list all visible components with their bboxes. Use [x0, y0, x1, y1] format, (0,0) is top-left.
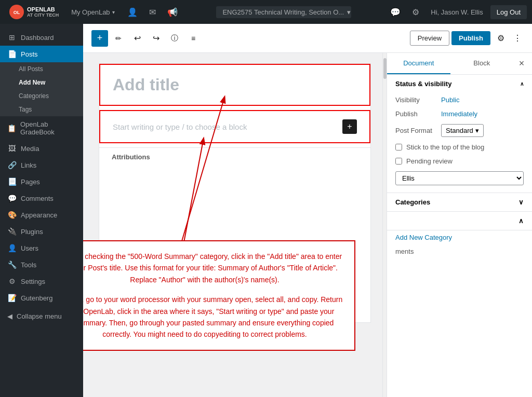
mail-icon-btn[interactable]: ✉	[145, 5, 160, 19]
sidebar-item-add-new[interactable]: Add New	[0, 76, 83, 89]
post-format-select[interactable]: Standard ▾	[441, 124, 484, 137]
sidebar-item-pages[interactable]: 📃 Pages	[0, 173, 83, 190]
logout-button[interactable]: Log Out	[490, 5, 527, 19]
sidebar-item-settings[interactable]: ⚙ Settings	[0, 273, 83, 290]
sidebar-item-gutenberg[interactable]: 📝 Gutenberg	[0, 290, 83, 306]
sidebar-label-media: Media	[21, 145, 39, 153]
preview-button[interactable]: Preview	[410, 31, 449, 46]
chat-icon-btn[interactable]: 💬	[386, 5, 405, 19]
editor-settings-btn[interactable]: ⚙	[493, 30, 509, 47]
pending-review-checkbox[interactable]	[395, 158, 402, 165]
status-visibility-title: Status & visibility	[395, 80, 451, 88]
links-icon: 🔗	[7, 161, 17, 169]
stick-top-label: Stick to the top of the blog	[406, 143, 484, 151]
sidebar-item-plugins[interactable]: 🔌 Plugins	[0, 223, 83, 240]
appearance-icon: 🎨	[7, 211, 17, 219]
sidebar-item-tags[interactable]: Tags	[0, 103, 83, 116]
sidebar-label-gradebook: OpenLab GradeBook	[20, 120, 76, 136]
editor-inner: Add title Start writing or type / to cho…	[99, 63, 371, 323]
tools-icon: 🔧	[7, 261, 17, 269]
publish-button[interactable]: Publish	[451, 31, 490, 45]
sidebar-collapse-btn[interactable]: ◀ Collapse menu	[0, 308, 83, 324]
top-navigation: OL OPENLAB AT CITY TECH My OpenLab ▾ 👤 ✉…	[0, 0, 532, 24]
stick-top-row: Stick to the top of the blog	[387, 140, 532, 154]
post-format-arrow: ▾	[475, 127, 479, 134]
posts-submenu: All Posts Add New Categories Tags	[0, 62, 83, 116]
svg-text:OL: OL	[14, 10, 20, 15]
settings-nav-icon-btn[interactable]: ⚙	[408, 5, 423, 19]
sidebar-item-links[interactable]: 🔗 Links	[0, 157, 83, 173]
my-openlab-menu[interactable]: My OpenLab ▾	[66, 6, 119, 18]
site-name-dropdown[interactable]: ENG2575 Technical Writing, Section O... …	[216, 6, 351, 18]
panel-header: Document Block ×	[387, 53, 532, 75]
undo-btn[interactable]: ↩	[129, 30, 145, 47]
categories-title: Categories	[395, 198, 430, 206]
extra-section-header[interactable]: ∧	[387, 212, 532, 230]
status-visibility-section: Status & visibility ∧ Visibility Public …	[387, 75, 532, 193]
post-format-label: Post Format	[395, 127, 437, 134]
main-content: + ✏ ↩ ↪ ⓘ ≡ Preview Publish ⚙ ⋮	[83, 24, 532, 397]
sidebar-item-categories[interactable]: Categories	[0, 89, 83, 103]
sidebar-item-users[interactable]: 👤 Users	[0, 240, 83, 256]
media-icon: 🖼	[7, 144, 17, 153]
sidebar-item-comments[interactable]: 💬 Comments	[0, 190, 83, 207]
my-openlab-arrow: ▾	[112, 9, 115, 15]
pages-icon: 📃	[7, 177, 17, 186]
edit-mode-btn[interactable]: ✏	[110, 30, 127, 47]
tab-document[interactable]: Document	[387, 53, 450, 74]
annotation-box: After checking the "500-Word Summary" ca…	[83, 240, 355, 351]
stick-top-checkbox[interactable]	[395, 144, 402, 150]
visibility-value[interactable]: Public	[441, 96, 459, 104]
comments-icon: 💬	[7, 194, 17, 202]
megaphone-icon-btn[interactable]: 📢	[163, 5, 182, 19]
add-new-category-link[interactable]: Add New Category	[387, 230, 532, 244]
more-options-btn[interactable]: ⋮	[511, 31, 524, 45]
panel-close-btn[interactable]: ×	[513, 56, 530, 72]
page-layout: ⊞ Dashboard 📄 Posts All Posts Add New Ca…	[0, 24, 532, 397]
author-select[interactable]: Ellis	[395, 171, 524, 185]
user-greeting: Hi, Jason W. Ellis	[427, 8, 487, 16]
publish-row-label: Publish	[395, 110, 437, 118]
tab-block[interactable]: Block	[450, 53, 514, 74]
scroll-bar[interactable]	[382, 53, 387, 397]
visibility-row: Visibility Public	[387, 93, 532, 107]
post-content-area[interactable]: Start writing or type / to choose a bloc…	[99, 110, 370, 143]
gradebook-icon: 📋	[7, 124, 16, 132]
site-name-area: ENG2575 Technical Writing, Section O... …	[185, 6, 383, 18]
redo-btn[interactable]: ↪	[148, 30, 164, 47]
sidebar-item-media[interactable]: 🖼 Media	[0, 140, 83, 157]
settings-icon: ⚙	[7, 277, 17, 285]
list-view-btn[interactable]: ≡	[185, 30, 202, 47]
sidebar-label-comments: Comments	[21, 195, 54, 202]
gutenberg-icon: 📝	[7, 294, 17, 302]
sidebar-label-settings: Settings	[21, 278, 45, 285]
sidebar-item-posts[interactable]: 📄 Posts	[0, 46, 83, 62]
pending-review-label: Pending review	[406, 157, 453, 165]
sidebar-item-all-posts[interactable]: All Posts	[0, 62, 83, 76]
sidebar-label-dashboard: Dashboard	[21, 34, 54, 42]
editor-canvas: Add title Start writing or type / to cho…	[83, 53, 387, 397]
dashboard-icon: ⊞	[7, 33, 17, 42]
sidebar-item-appearance[interactable]: 🎨 Appearance	[0, 207, 83, 223]
user-icon-btn[interactable]: 👤	[123, 5, 142, 19]
pending-review-row: Pending review	[387, 154, 532, 168]
content-placeholder: Start writing or type / to choose a bloc…	[113, 122, 247, 131]
status-visibility-header[interactable]: Status & visibility ∧	[387, 75, 532, 93]
openlab-logo[interactable]: OL OPENLAB AT CITY TECH	[5, 3, 63, 21]
visibility-label: Visibility	[395, 96, 437, 104]
sidebar-label-links: Links	[21, 161, 36, 169]
post-title-area[interactable]: Add title	[99, 64, 370, 106]
info-btn[interactable]: ⓘ	[166, 30, 183, 47]
sidebar-item-dashboard[interactable]: ⊞ Dashboard	[0, 29, 83, 46]
sidebar-label-pages: Pages	[21, 178, 40, 186]
sidebar-label-posts: Posts	[21, 50, 38, 58]
sidebar-item-tools[interactable]: 🔧 Tools	[0, 256, 83, 273]
categories-section-header[interactable]: Categories ∨	[387, 193, 532, 212]
add-block-inline-btn[interactable]: +	[342, 119, 357, 134]
post-format-value: Standard	[446, 127, 473, 134]
publish-value[interactable]: Immediately	[441, 110, 477, 118]
add-block-toolbar-btn[interactable]: +	[91, 30, 108, 47]
sidebar-label-tools: Tools	[21, 261, 36, 269]
sidebar-item-gradebook[interactable]: 📋 OpenLab GradeBook	[0, 116, 83, 140]
annotation-text-2: Next, go to your word processor with you…	[83, 294, 343, 340]
